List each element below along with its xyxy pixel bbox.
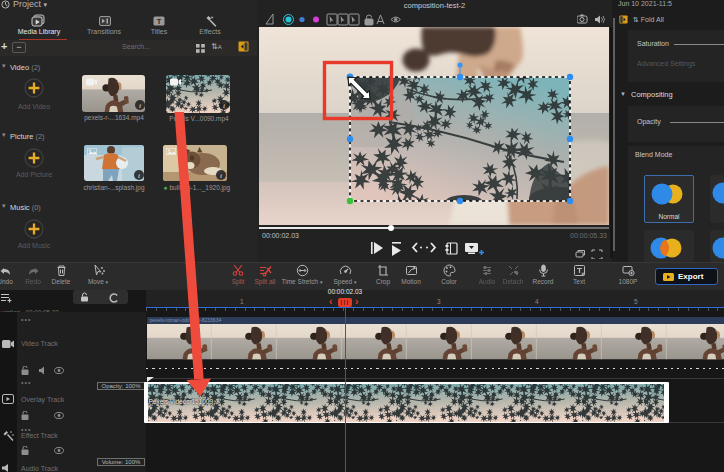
svg-text:T: T (157, 17, 162, 26)
svg-text:i: i (220, 172, 222, 180)
svg-text:i: i (139, 102, 141, 110)
svg-text:i: i (138, 172, 140, 180)
svg-text:i: i (223, 102, 225, 110)
